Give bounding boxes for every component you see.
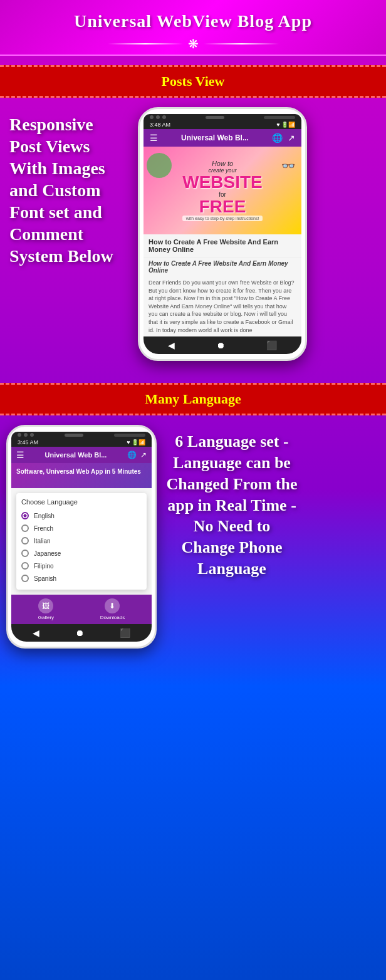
posts-description: Responsive Post Views With Images and Cu… [6, 107, 132, 273]
image-note: with easy to step-by-step instructions! [182, 216, 263, 221]
phone1-square-btn[interactable]: ⬛ [266, 340, 277, 350]
phone2-square-btn[interactable]: ⬛ [120, 628, 130, 638]
image-decoration [147, 153, 172, 178]
language-item-french[interactable]: French [21, 522, 142, 534]
image-glasses: 👓 [281, 159, 295, 173]
phone2-action-icons: 🌐 ↗ [127, 451, 147, 459]
phone2-screen: Software, Universal Web App in 5 Minutes… [11, 463, 152, 624]
language-content: 3:45 AM ♥ 🔋📶 ☰ Universal Web Bl... 🌐 ↗ S… [6, 425, 380, 649]
lang-spanish-label: Spanish [34, 575, 56, 582]
phone1-dot [150, 115, 154, 119]
phone2-translate-icon[interactable]: 🌐 [127, 451, 137, 459]
phone2-status-bar: 3:45 AM ♥ 🔋📶 [11, 438, 152, 447]
posts-banner-label: Posts View [162, 73, 225, 89]
image-content: How to create your WEBSITE for FREE with… [182, 160, 263, 221]
phone-mockup-2: 3:45 AM ♥ 🔋📶 ☰ Universal Web Bl... 🌐 ↗ S… [6, 425, 157, 649]
radio-filipino[interactable] [21, 562, 29, 570]
image-howto: How to [182, 160, 263, 167]
divider-line-left [108, 43, 183, 44]
phone1-top-bar [143, 114, 301, 120]
phone1-time: 3:48 AM [150, 122, 170, 128]
phone1-home-btn[interactable]: ⏺ [216, 340, 225, 350]
radio-japanese[interactable] [21, 550, 29, 557]
phone1-app-title: Universal Web Bl... [181, 133, 249, 142]
phone2-time: 3:45 AM [18, 439, 38, 446]
phone2-home-btn[interactable]: ⏺ [75, 628, 84, 638]
phone2-dot [30, 433, 34, 437]
phone1-action-icons: 🌐 ↗ [272, 133, 295, 143]
phone2-bottom-tabs: 🖼 Gallery ⬇ Downloads [11, 595, 152, 624]
phone1-back-btn[interactable]: ◀ [168, 340, 175, 350]
downloads-label: Downloads [100, 615, 125, 620]
blog-post-body: Dear Friends Do you want your own free W… [143, 276, 301, 336]
phone1-bottom-bar: ◀ ⏺ ⬛ [143, 336, 301, 354]
phone2-camera [114, 434, 145, 437]
phone1-share-icon[interactable]: ↗ [288, 133, 295, 143]
phone1-dot [162, 115, 166, 119]
language-banner-label: Many Language [145, 391, 241, 407]
language-list: English French Italian Japanese [21, 509, 142, 585]
phone2-dots [18, 433, 34, 437]
phone2-speaker [65, 434, 83, 437]
language-item-japanese[interactable]: Japanese [21, 547, 142, 560]
phone1-translate-icon[interactable]: 🌐 [272, 133, 283, 143]
phone1-speaker [206, 116, 224, 119]
phone2-share-icon[interactable]: ↗ [140, 451, 147, 459]
gallery-tab[interactable]: 🖼 Gallery [38, 598, 54, 620]
phone1-dot [156, 115, 160, 119]
gallery-icon: 🖼 [38, 598, 53, 613]
lang-french-label: French [34, 525, 53, 532]
phone1-status-bar: 3:48 AM ♥ 🔋📶 [143, 120, 301, 129]
lang-japanese-label: Japanese [34, 550, 61, 557]
radio-spanish[interactable] [21, 575, 29, 582]
language-item-english[interactable]: English [21, 509, 142, 522]
header-divider: ❋ [6, 36, 380, 51]
header-ornament: ❋ [188, 36, 199, 51]
blog-post-italic-title: How to Create A Free Website And Earn Mo… [143, 258, 301, 276]
phone2-top-bar [11, 432, 152, 438]
language-section: 3:45 AM ♥ 🔋📶 ☰ Universal Web Bl... 🌐 ↗ S… [0, 425, 386, 661]
image-website: WEBSITE [182, 174, 263, 191]
phone-mockup-1: 3:48 AM ♥ 🔋📶 ☰ Universal Web Bl... 🌐 ↗ H… [138, 107, 307, 361]
phone2-app-title: Universal Web Bl... [45, 451, 107, 459]
language-banner: Many Language [0, 383, 386, 415]
downloads-icon: ⬇ [105, 598, 120, 613]
divider-line-right [204, 43, 279, 44]
posts-content: Responsive Post Views With Images and Cu… [6, 107, 380, 361]
radio-english[interactable] [21, 512, 29, 519]
phone1-hamburger-icon[interactable]: ☰ [150, 133, 158, 143]
language-item-spanish[interactable]: Spanish [21, 572, 142, 585]
phone2-blog-header: Software, Universal Web App in 5 Minutes [11, 463, 152, 488]
phone2-dot [24, 433, 28, 437]
phone1-camera [264, 116, 295, 119]
blog-post-title: How to Create A Free Website And Earn Mo… [143, 234, 301, 258]
radio-italian[interactable] [21, 537, 29, 545]
posts-section: Responsive Post Views With Images and Cu… [0, 107, 386, 373]
language-dialog[interactable]: Choose Language English French Italia [16, 493, 147, 590]
phone2-header-text: Software, Universal Web App in 5 Minutes [16, 468, 147, 475]
language-item-italian[interactable]: Italian [21, 534, 142, 547]
blog-post-image: How to create your WEBSITE for FREE with… [143, 147, 301, 234]
dialog-title: Choose Language [21, 498, 142, 506]
phone2-bottom-bar: ◀ ⏺ ⬛ [11, 624, 152, 642]
radio-french[interactable] [21, 524, 29, 532]
lang-italian-label: Italian [34, 538, 51, 545]
lang-filipino-label: Filipino [34, 563, 54, 570]
language-item-filipino[interactable]: Filipino [21, 560, 142, 572]
language-description: 6 Language set - Language can be Changed… [163, 425, 301, 586]
posts-banner: Posts View [0, 65, 386, 98]
app-title: Universal WebView Blog App [6, 11, 380, 31]
phone2-app-bar: ☰ Universal Web Bl... 🌐 ↗ [11, 447, 152, 463]
phone2-back-btn[interactable]: ◀ [33, 628, 39, 638]
phone1-screen: How to create your WEBSITE for FREE with… [143, 147, 301, 336]
gallery-label: Gallery [38, 615, 54, 620]
phone2-hamburger-icon[interactable]: ☰ [16, 450, 24, 460]
image-free: FREE [182, 198, 263, 216]
downloads-tab[interactable]: ⬇ Downloads [100, 598, 125, 620]
phone1-status-icons: ♥ 🔋📶 [276, 122, 295, 128]
app-header: Universal WebView Blog App ❋ [0, 0, 386, 56]
lang-english-label: English [34, 513, 55, 519]
phone2-status-icons: ♥ 🔋📶 [127, 439, 145, 446]
phone2-dot [18, 433, 21, 437]
phone1-app-bar: ☰ Universal Web Bl... 🌐 ↗ [143, 129, 301, 147]
